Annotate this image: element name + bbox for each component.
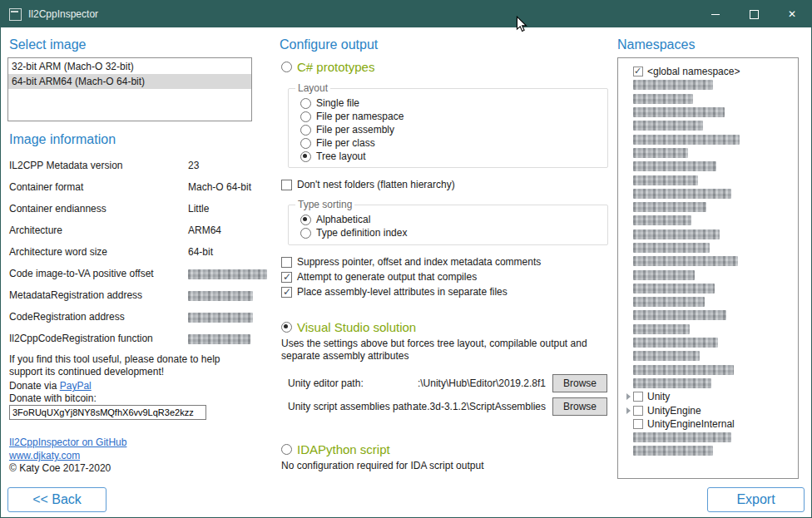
separate-attributes-checkbox[interactable]: Place assembly-level attributes in separ… [281,286,508,298]
redacted-value [188,333,250,344]
layout-tree-layout-radio[interactable]: Tree layout [300,150,601,162]
unity-script-assemblies-path-label: Unity script assemblies path: [288,401,415,412]
namespace-item[interactable] [623,200,798,214]
redacted-namespace [633,161,716,171]
namespace-item[interactable] [623,214,798,227]
info-row: CodeRegistration address [9,311,252,324]
sorting-alphabetical-radio[interactable]: Alphabetical [300,214,601,225]
redacted-namespace [633,446,713,456]
namespace-item[interactable]: UnityEngine [623,403,798,417]
minimize-button[interactable] [696,1,735,27]
expander-icon[interactable] [626,393,631,400]
donate-bitcoin-label: Donate with bitcoin: [9,392,97,405]
layout-group: Layout Single file File per namespace Fi… [288,82,608,168]
namespace-item[interactable]: Unity [623,390,798,403]
unity-editor-path-value: :\Unity\Hub\Editor\2019.2.8f1 [418,377,546,389]
redacted-namespace [633,175,698,185]
flatten-hierarchy-checkbox[interactable]: Don't nest folders (flatten hierarchy) [281,179,455,190]
info-value: ARM64 [188,224,221,236]
donate-via-line: Donate via PayPal [9,380,92,392]
website-link-line: www.djkaty.com [9,450,80,462]
namespace-list[interactable]: <global namespace>UnityUnityEngineUnityE… [617,57,799,479]
namespace-item[interactable] [623,363,798,377]
namespace-item[interactable] [623,241,798,254]
info-value: Little [188,203,209,215]
close-button[interactable]: ✕ [773,1,811,27]
website-link[interactable]: www.djkaty.com [9,450,80,461]
redacted-value [188,268,267,279]
layout-single-file-radio[interactable]: Single file [300,97,601,109]
namespace-item[interactable] [623,146,798,160]
namespace-item[interactable] [623,444,798,457]
namespace-item[interactable] [623,268,798,281]
github-link[interactable]: Il2CppInspector on GitHub [9,437,126,448]
redacted-namespace [633,215,691,225]
sorting-type-definition-index-radio[interactable]: Type definition index [300,227,601,239]
namespace-item[interactable] [623,160,798,173]
unity-script-assemblies-path-row: Unity script assemblies path: ate.3d-3.1… [288,399,547,412]
namespace-item[interactable] [623,308,798,322]
namespace-item[interactable]: <global namespace> [623,65,798,78]
type-sorting-group: Type sorting Alphabetical Type definitio… [288,199,608,245]
layout-file-per-class-radio[interactable]: File per class [300,137,601,149]
visual-studio-solution-radio[interactable]: Visual Studio solution [281,320,416,334]
namespace-checkbox[interactable] [633,419,643,429]
configure-output-heading: Configure output [280,37,378,52]
namespace-item[interactable] [623,431,798,444]
type-sorting-group-label: Type sorting [295,199,354,210]
redacted-namespace [633,284,715,294]
namespace-checkbox[interactable] [633,406,643,416]
back-button[interactable]: << Back [7,487,106,512]
namespace-item[interactable]: UnityEngineInternal [623,417,798,431]
image-item-64bit[interactable]: 64-bit ARM64 (Mach-O 64-bit) [8,74,251,89]
image-listbox[interactable]: 32-bit ARM (Mach-O 32-bit) 64-bit ARM64 … [7,57,252,121]
window-title: Il2CppInspector [28,8,98,20]
separate-attributes-label: Place assembly-level attributes in separ… [297,286,508,298]
namespace-checkbox[interactable] [633,392,643,402]
redacted-namespace [633,189,731,199]
expander-icon[interactable] [626,407,631,414]
suppress-metadata-comments-checkbox[interactable]: Suppress pointer, offset and index metad… [281,256,541,268]
info-row: Architecture word size64-bit [9,246,252,259]
layout-group-label: Layout [295,82,330,94]
namespace-item[interactable] [623,349,798,363]
namespace-item[interactable] [623,254,798,268]
namespace-item[interactable] [623,295,798,308]
namespace-item[interactable] [623,336,798,349]
radio-icon [300,151,311,162]
namespace-item[interactable] [623,132,798,146]
idapython-script-radio[interactable]: IDAPython script [281,442,390,456]
layout-file-per-assembly-radio[interactable]: File per assembly [300,124,601,136]
namespaces-heading: Namespaces [617,37,695,52]
paypal-link[interactable]: PayPal [60,380,92,392]
generate-compilable-output-checkbox[interactable]: Attempt to generate output that compiles [281,271,477,283]
namespace-item[interactable] [623,377,798,390]
browse-script-assemblies-button[interactable]: Browse [552,397,607,416]
maximize-button[interactable] [735,1,773,27]
namespace-item[interactable] [623,92,798,106]
namespace-item[interactable] [623,282,798,295]
namespace-item[interactable] [623,78,798,91]
titlebar: Il2CppInspector ✕ [1,1,811,27]
browse-editor-button[interactable]: Browse [552,374,607,392]
bitcoin-address-input[interactable] [9,405,206,420]
redacted-namespace [633,365,734,375]
checkbox-icon [281,272,292,283]
namespace-item[interactable] [623,187,798,200]
donate-text: If you find this tool useful, please don… [9,353,252,378]
export-button[interactable]: Export [707,487,805,512]
unity-editor-path-row: Unity editor path: :\Unity\Hub\Editor\20… [288,376,547,389]
namespace-item[interactable] [623,228,798,241]
namespace-label: UnityEngine [647,405,701,417]
namespace-item[interactable] [623,323,798,336]
unity-script-assemblies-path-value: ate.3d-3.1.2\ScriptAssemblies [413,401,546,412]
csharp-prototypes-radio[interactable]: C# prototypes [281,60,374,74]
namespace-checkbox[interactable] [633,67,643,76]
namespace-item[interactable] [623,106,798,119]
namespace-item[interactable] [623,173,798,186]
vs-description: Uses the settings above but forces tree … [281,338,610,363]
visual-studio-solution-label: Visual Studio solution [297,320,416,334]
image-item-32bit[interactable]: 32-bit ARM (Mach-O 32-bit) [8,59,251,74]
layout-file-per-namespace-radio[interactable]: File per namespace [300,111,601,122]
namespace-item[interactable] [623,119,798,132]
